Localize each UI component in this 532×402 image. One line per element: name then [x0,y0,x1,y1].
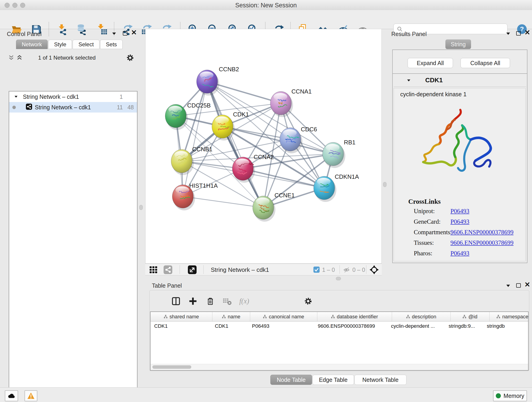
network-view-title: String Network – cdk1 [211,266,269,274]
table-header-row: shared namenamecanonical namedatabase id… [151,312,529,322]
bottom-splitter-handle[interactable] [336,277,341,280]
warning-button[interactable] [25,390,37,401]
tab-network[interactable]: Network [16,40,48,49]
node-label-RB1: RB1 [344,139,355,146]
crosslink-value-link[interactable]: P06493 [450,250,469,257]
memory-button[interactable]: Memory [493,390,527,401]
expand-all-button[interactable]: Expand All [408,58,453,68]
tab-node-table[interactable]: Node Table [270,375,312,385]
open-in-new-window-icon[interactable] [188,265,196,275]
expand-all-chevron-icon[interactable] [17,55,22,62]
tree-collapse-caret-icon[interactable] [15,96,18,98]
node-label-CDK1: CDK1 [233,111,249,118]
panel-float-icon[interactable] [516,283,521,288]
network-view-toolbar: String Network – cdk1 1 – 0 0 – 0 [145,264,382,275]
crosslink-row: Uniprot:P06493 [394,208,526,216]
network-node-CDC25B[interactable] [165,104,188,130]
tab-string[interactable]: String [445,39,471,49]
network-node-RB1[interactable] [323,142,345,168]
crosslink-row: Tissues:9606.ENSP00000378699 [394,239,526,247]
crosslink-value-link[interactable]: 9606.ENSP00000378699 [450,239,513,246]
network-list-gear-icon[interactable] [126,53,135,63]
horizontal-scrollbar[interactable] [151,364,528,370]
crosslink-label: Compartments: [414,229,452,236]
table-gear-icon[interactable] [302,295,314,307]
column-hierarchy-icon [496,314,500,320]
column-header-namespace[interactable]: namespace [490,312,529,322]
panel-menu-caret-icon[interactable] [112,32,116,35]
panel-menu-caret-icon[interactable] [506,285,510,287]
column-header-label: shared name [170,314,199,320]
entry-name: CDK1 [425,77,443,84]
crosslink-value-link[interactable]: P06493 [450,218,469,225]
network-row-selected[interactable]: String Network – cdk1 11 48 [9,102,137,113]
add-column-icon[interactable] [187,295,199,307]
panel-float-icon[interactable] [123,31,127,36]
network-node-CCNA1[interactable] [270,91,293,117]
panel-float-icon[interactable] [516,31,521,36]
column-header-database-identifier[interactable]: database identifier [317,312,392,322]
panel-menu-caret-icon[interactable] [506,32,510,35]
delete-table-icon[interactable] [221,295,234,307]
panel-close-icon[interactable]: ✕ [131,30,137,35]
network-collection-row[interactable]: String Network – cdk1 1 [9,91,137,102]
tab-edge-table[interactable]: Edge Table [312,375,354,385]
column-header-shared-name[interactable]: shared name [151,312,212,322]
node-table: shared namenamecanonical namedatabase id… [150,312,529,370]
column-header-label: name [228,314,240,320]
column-hierarchy-icon [462,314,466,320]
network-node-CDK1[interactable] [212,115,234,140]
node-label-CCNA1: CCNA1 [291,88,312,95]
table-row[interactable]: CDK1CDK1P064939606.ENSP00000378699cyclin… [151,322,528,331]
panel-close-icon[interactable]: ✕ [525,30,530,35]
column-hierarchy-icon [406,314,410,320]
crosslink-value-link[interactable]: 9606.ENSP00000378699 [450,229,513,236]
column-header-label: namespace [502,314,528,320]
control-panel-tabs: NetworkStyleSelectSets [16,40,123,49]
tab-network-table[interactable]: Network Table [355,375,406,385]
network-edge[interactable] [183,82,207,196]
cloud-button[interactable] [5,390,18,401]
column-header-canonical-name[interactable]: canonical name [250,312,317,322]
crosslink-value-link[interactable]: P06493 [450,208,469,215]
collapse-all-button[interactable]: Collapse All [461,58,510,68]
crosshair-icon[interactable] [369,265,379,275]
grid-overview-icon[interactable] [149,266,158,275]
column-header-label: @id [468,314,477,320]
scrollbar-thumb[interactable] [152,365,191,369]
hidden-counts: 0 – 0 [352,267,365,273]
memory-label: Memory [504,393,524,399]
network-node-CCNB2[interactable] [196,70,219,96]
panel-close-icon[interactable]: ✕ [525,282,530,287]
tab-select[interactable]: Select [73,40,99,49]
column-header--id[interactable]: @id [451,312,490,322]
node-label-HIST1H1A: HIST1H1A [189,182,218,189]
tab-style[interactable]: Style [48,40,72,49]
network-node-CDKN1A[interactable] [314,176,336,202]
delete-column-trash-icon[interactable] [204,295,216,307]
network-node-CDC6[interactable] [280,128,302,153]
collapse-all-chevron-icon[interactable] [8,55,14,62]
column-header-description[interactable]: description [392,312,451,322]
hidden-eye-icon[interactable] [343,266,351,274]
function-builder-icon[interactable]: f(x) [238,295,250,307]
share-view-icon[interactable] [164,265,172,275]
selected-checkbox-icon[interactable] [313,267,320,274]
network-canvas[interactable]: CCNB2CCNA1CDC25BCDK1CDC6RB1CCNB1CCNA2CDK… [145,29,382,264]
split-columns-icon[interactable] [170,295,182,307]
network-edge[interactable] [243,169,324,188]
network-graph[interactable]: CCNB2CCNA1CDC25BCDK1CDC6RB1CCNB1CCNA2CDK… [146,29,381,263]
left-splitter-handle[interactable] [139,205,143,210]
title-bar: Session: New Session [0,0,532,10]
tab-sets[interactable]: Sets [100,40,123,49]
table-cell: stringdb:9... [445,322,483,331]
warning-icon [27,392,35,400]
toolbar-separator [203,265,204,274]
entry-collapse-caret-icon[interactable] [407,80,410,82]
network-node-CCNE1[interactable] [253,196,275,222]
crosslink-label: Uniprot: [414,208,435,215]
main-toolbar: ? [0,10,532,29]
column-header-name[interactable]: name [212,312,250,322]
table-cell: 9606.ENSP00000378699 [314,322,387,331]
right-splitter-handle[interactable] [383,182,386,187]
